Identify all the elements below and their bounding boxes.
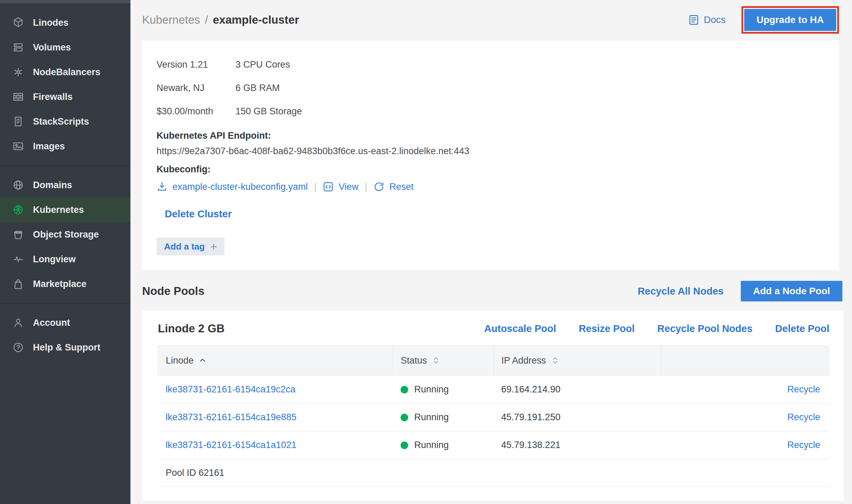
ip-address: 45.79.191.250 [494, 403, 661, 431]
sidebar-item-label: Marketplace [33, 279, 87, 289]
resize-pool-link[interactable]: Resize Pool [579, 323, 635, 334]
sidebar-item-label: Account [33, 318, 70, 328]
sidebar-item-object-storage[interactable]: Object Storage [0, 222, 130, 247]
plus-icon: + [210, 241, 217, 252]
node-pool-card: Linode 2 GB Autoscale Pool Resize Pool R… [142, 310, 844, 501]
recycle-all-nodes-link[interactable]: Recycle All Nodes [638, 286, 724, 297]
spec-version: Version 1.21 [157, 59, 235, 70]
status-label: Running [414, 384, 449, 394]
status-label: Running [414, 412, 449, 422]
sidebar-item-domains[interactable]: Domains [0, 173, 130, 197]
breadcrumb: Kubernetes / example-cluster [142, 13, 299, 26]
api-endpoint-label: Kubernetes API Endpoint: [157, 130, 824, 141]
account-icon [12, 317, 24, 329]
spec-row: Version 1.21 3 CPU Cores [157, 53, 824, 76]
breadcrumb-section[interactable]: Kubernetes [142, 13, 200, 26]
kubeconfig-label: Kubeconfig: [157, 164, 824, 175]
autoscale-pool-link[interactable]: Autoscale Pool [484, 323, 556, 334]
status-dot-running [401, 442, 408, 449]
pool-actions: Autoscale Pool Resize Pool Recycle Pool … [484, 323, 829, 334]
sidebar-item-label: NodeBalancers [33, 67, 101, 78]
recycle-node-link[interactable]: Recycle [787, 384, 820, 394]
status-label: Running [414, 440, 449, 450]
spec-ram: 6 GB RAM [235, 83, 280, 93]
spec-row: Newark, NJ 6 GB RAM [157, 76, 824, 100]
column-header-ip-address[interactable]: IP Address [494, 346, 661, 376]
volumes-icon [12, 42, 24, 53]
node-link[interactable]: lke38731-62161-6154ca19e885 [166, 412, 297, 422]
kubeconfig-view-link[interactable]: View [323, 181, 358, 192]
column-header-status[interactable]: Status [393, 346, 494, 376]
node-link[interactable]: lke38731-62161-6154ca1a1021 [166, 440, 297, 450]
annotation-highlight-box: Upgrade to HA [741, 6, 839, 34]
sidebar-divider [0, 303, 130, 303]
ip-address: 45.79.138.221 [494, 431, 661, 459]
recycle-pool-nodes-link[interactable]: Recycle Pool Nodes [657, 323, 752, 334]
cluster-summary-card: Version 1.21 3 CPU Cores Newark, NJ 6 GB… [142, 41, 839, 270]
sidebar-item-label: Volumes [33, 42, 71, 53]
sidebar-item-images[interactable]: Images [0, 134, 130, 159]
sidebar-item-label: Domains [33, 180, 72, 191]
sidebar-item-kubernetes[interactable]: Kubernetes [0, 197, 130, 222]
reset-label: Reset [389, 182, 414, 192]
table-footer-row: Pool ID 62161 [158, 459, 829, 487]
sidebar-item-firewalls[interactable]: Firewalls [0, 84, 130, 109]
api-endpoint-url: https://9e2a7307-b6ac-408f-ba62-9483b0b3… [157, 146, 824, 157]
table-row: lke38731-62161-6154ca19e885 Running 45.7… [158, 403, 829, 431]
docs-link[interactable]: Docs [688, 14, 726, 26]
sidebar-item-help-support[interactable]: Help & Support [0, 335, 130, 360]
sidebar-item-label: Help & Support [33, 342, 101, 353]
recycle-node-link[interactable]: Recycle [787, 412, 820, 422]
sort-ascending-icon [198, 356, 207, 365]
column-header-linode[interactable]: Linode [158, 346, 393, 376]
object-storage-icon [12, 229, 24, 240]
kubeconfig-reset-link[interactable]: Reset [373, 181, 414, 192]
sidebar-item-label: Kubernetes [33, 205, 84, 215]
node-pools-header: Node Pools Recycle All Nodes Add a Node … [142, 281, 842, 301]
recycle-node-link[interactable]: Recycle [787, 440, 820, 450]
node-link[interactable]: lke38731-62161-6154ca19c2ca [166, 384, 296, 394]
add-tag-button[interactable]: Add a tag + [157, 238, 224, 255]
sidebar-item-linodes[interactable]: Linodes [0, 10, 130, 35]
pool-nodes-table: Linode Status IP Address [158, 345, 829, 487]
kubeconfig-filename: example-cluster-kubeconfig.yaml [172, 182, 308, 192]
longview-icon [12, 253, 24, 265]
sidebar-item-marketplace[interactable]: Marketplace [0, 272, 130, 296]
marketplace-icon [12, 278, 24, 290]
main-content: Kubernetes / example-cluster Docs Upgrad… [130, 0, 852, 504]
kubernetes-icon [12, 204, 24, 216]
sidebar-item-label: Object Storage [33, 229, 99, 240]
sidebar-item-label: Images [33, 141, 65, 152]
divider: | [365, 181, 368, 193]
delete-pool-link[interactable]: Delete Pool [775, 323, 829, 334]
docs-icon [688, 14, 700, 26]
upgrade-to-ha-button[interactable]: Upgrade to HA [744, 9, 836, 31]
node-pools-title: Node Pools [142, 285, 205, 298]
table-row: lke38731-62161-6154ca1a1021 Running 45.7… [158, 431, 829, 459]
sidebar-item-volumes[interactable]: Volumes [0, 35, 130, 60]
domains-icon [12, 179, 24, 191]
pool-head: Linode 2 GB Autoscale Pool Resize Pool R… [158, 322, 829, 335]
stackscripts-icon [12, 116, 24, 127]
divider: | [314, 181, 317, 193]
sidebar-item-nodebalancers[interactable]: NodeBalancers [0, 60, 130, 84]
table-header-row: Linode Status IP Address [158, 346, 829, 376]
sidebar-item-stackscripts[interactable]: StackScripts [0, 109, 130, 134]
download-icon [157, 181, 168, 192]
pool-id-label: Pool ID 62161 [158, 459, 829, 487]
column-label: Status [401, 355, 427, 366]
sidebar-item-label: Firewalls [33, 92, 73, 102]
nodebalancers-icon [12, 66, 24, 78]
view-code-icon [323, 181, 334, 192]
sidebar-item-account[interactable]: Account [0, 310, 130, 335]
add-node-pool-button[interactable]: Add a Node Pool [741, 281, 842, 301]
delete-cluster-button[interactable]: Delete Cluster [165, 208, 232, 220]
images-icon [12, 140, 24, 152]
sidebar-divider [0, 165, 130, 166]
sort-icon [551, 356, 559, 365]
sidebar-item-longview[interactable]: Longview [0, 247, 130, 272]
sidebar-item-label: StackScripts [33, 116, 89, 127]
kubeconfig-download-link[interactable]: example-cluster-kubeconfig.yaml [157, 181, 308, 192]
sidebar-top-strip [0, 0, 130, 3]
sidebar-item-label: Longview [33, 254, 76, 265]
